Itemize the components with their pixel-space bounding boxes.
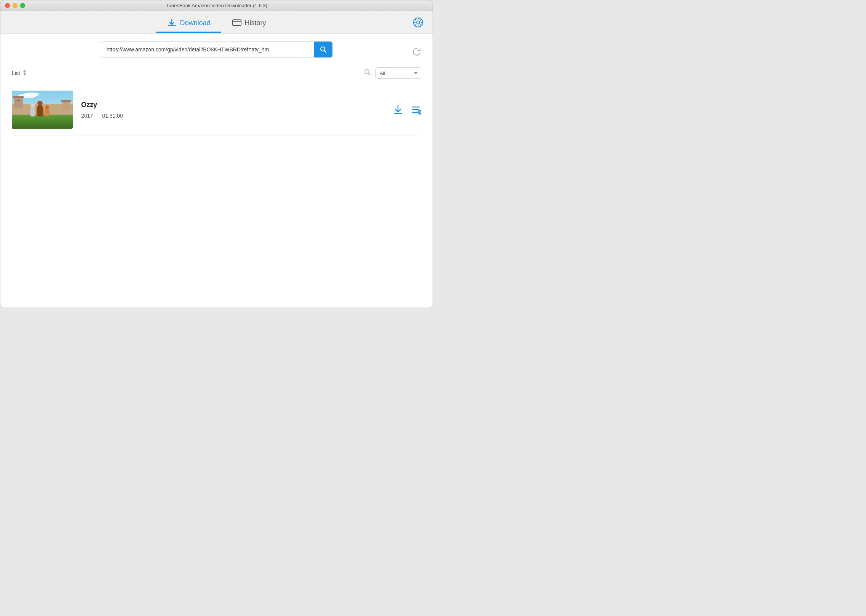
- download-tab-label: Download: [180, 19, 210, 27]
- list-controls: All Movie TV Show: [364, 67, 421, 79]
- history-tab-label: History: [245, 19, 266, 27]
- search-area: [12, 41, 421, 64]
- download-video-icon: [392, 104, 404, 115]
- download-video-button[interactable]: [392, 104, 404, 115]
- list-label-area: List: [12, 70, 27, 77]
- refresh-button[interactable]: [412, 47, 421, 59]
- maximize-button[interactable]: [20, 3, 25, 8]
- tabs-container: Download History: [156, 15, 276, 33]
- video-info: Ozzy 2017 01:31:00: [81, 101, 384, 119]
- traffic-lights: [5, 3, 25, 8]
- video-meta: 2017 01:31:00: [81, 113, 384, 119]
- table-row: Ozzy 2017 01:31:00: [12, 84, 421, 136]
- search-bar: [101, 41, 332, 57]
- svg-rect-3: [235, 26, 239, 26]
- video-settings-icon: [411, 105, 421, 115]
- list-text: List: [12, 70, 20, 76]
- main-content: List All Movie TV Show: [0, 34, 433, 308]
- url-input[interactable]: [101, 41, 314, 57]
- window-title: TunesBank Amazon Video Downloader (1.6.3…: [166, 3, 267, 8]
- close-button[interactable]: [5, 3, 10, 8]
- list-header: List All Movie TV Show: [12, 64, 421, 82]
- video-thumbnail: [12, 91, 73, 129]
- tab-download[interactable]: Download: [156, 15, 221, 33]
- tab-history[interactable]: History: [221, 15, 277, 33]
- download-tab-icon: [167, 19, 177, 27]
- history-tab-icon: [232, 19, 242, 27]
- sort-icon[interactable]: [22, 70, 27, 77]
- settings-button[interactable]: [411, 16, 425, 29]
- search-icon: [320, 46, 327, 53]
- list-search-button[interactable]: [364, 69, 371, 78]
- filter-select[interactable]: All Movie TV Show: [375, 67, 421, 79]
- svg-point-9: [419, 112, 420, 113]
- video-actions: [392, 104, 421, 115]
- video-title: Ozzy: [81, 101, 384, 109]
- search-button[interactable]: [314, 41, 332, 57]
- list-search-icon: [364, 69, 371, 76]
- tab-bar: Download History: [0, 11, 433, 34]
- svg-rect-0: [233, 20, 241, 26]
- video-duration: 01:31:00: [102, 113, 123, 119]
- title-bar: TunesBank Amazon Video Downloader (1.6.3…: [0, 0, 433, 11]
- video-list: Ozzy 2017 01:31:00: [12, 84, 421, 136]
- svg-point-5: [417, 21, 420, 24]
- refresh-icon: [412, 47, 421, 56]
- video-year: 2017: [81, 113, 93, 119]
- minimize-button[interactable]: [13, 3, 18, 8]
- video-settings-button[interactable]: [411, 105, 421, 115]
